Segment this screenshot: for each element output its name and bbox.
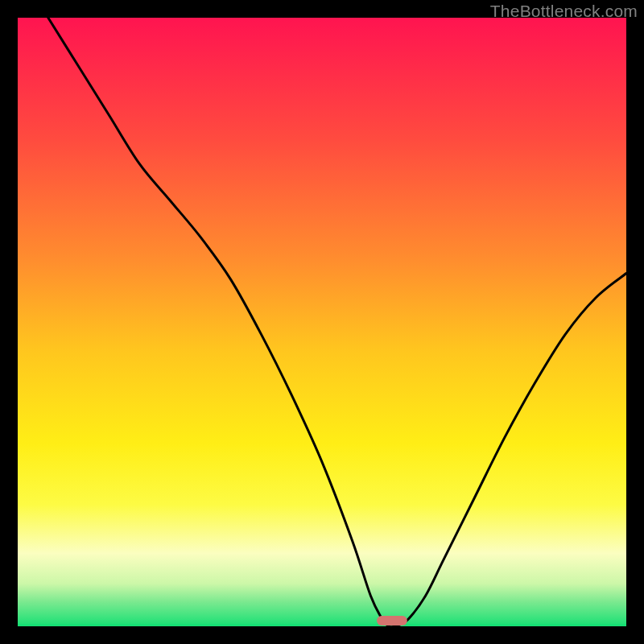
chart-svg <box>18 18 626 626</box>
baseline <box>18 624 626 626</box>
optimal-marker <box>377 616 407 625</box>
watermark-text: TheBottleneck.com <box>490 2 638 21</box>
gradient-background <box>18 18 626 626</box>
plot-area <box>18 18 626 626</box>
chart-frame: TheBottleneck.com <box>0 0 644 644</box>
